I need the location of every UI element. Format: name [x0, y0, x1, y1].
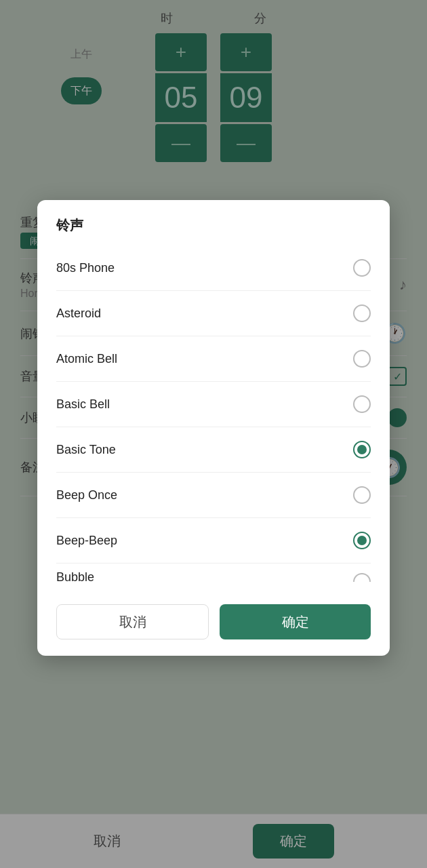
- ringtone-list: 80s Phone Asteroid Atomic Bell Basic Bel…: [37, 245, 390, 591]
- item-label: 80s Phone: [56, 261, 115, 275]
- dialog-confirm-button[interactable]: 确定: [220, 604, 371, 639]
- list-item-basic-tone[interactable]: Basic Tone: [56, 427, 371, 473]
- list-item[interactable]: 80s Phone: [56, 245, 371, 291]
- radio-button[interactable]: [353, 304, 371, 322]
- list-item-partial[interactable]: Bubble: [56, 564, 371, 591]
- list-item[interactable]: Asteroid: [56, 291, 371, 336]
- radio-button[interactable]: [353, 350, 371, 368]
- list-item[interactable]: Basic Bell: [56, 382, 371, 427]
- radio-button[interactable]: [353, 259, 371, 277]
- radio-button-partial[interactable]: [353, 573, 371, 582]
- list-item[interactable]: Beep Once: [56, 473, 371, 518]
- dialog-cancel-button[interactable]: 取消: [56, 604, 209, 639]
- radio-button[interactable]: [353, 395, 371, 413]
- item-label: Beep Once: [56, 488, 117, 502]
- item-label: Atomic Bell: [56, 352, 117, 366]
- radio-button[interactable]: [353, 486, 371, 504]
- list-item[interactable]: Atomic Bell: [56, 336, 371, 382]
- dialog-buttons: 取消 确定: [37, 591, 390, 656]
- item-label: Beep-Beep: [56, 534, 117, 548]
- item-label: Basic Bell: [56, 397, 110, 412]
- radio-button[interactable]: [353, 532, 371, 549]
- item-label: Bubble: [56, 570, 94, 585]
- item-label: Basic Tone: [56, 443, 116, 457]
- ringtone-dialog: 铃声 80s Phone Asteroid Atomic Bell Basic …: [37, 200, 390, 656]
- radio-inner-dot: [357, 536, 367, 545]
- dialog-title: 铃声: [37, 200, 390, 245]
- item-label: Asteroid: [56, 307, 101, 321]
- radio-button-selected[interactable]: [353, 441, 371, 458]
- list-item[interactable]: Beep-Beep: [56, 518, 371, 564]
- radio-inner-dot: [357, 445, 367, 454]
